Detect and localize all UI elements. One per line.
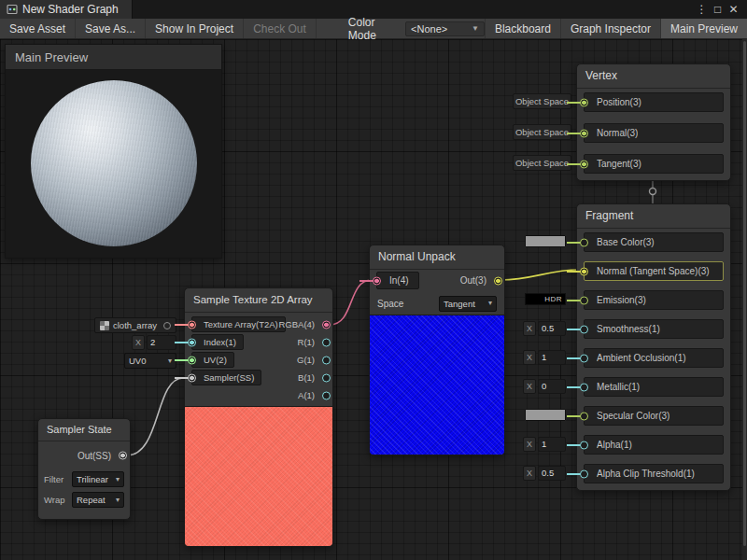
blackboard-button[interactable]: Blackboard [485,19,560,38]
slot-label: G(1) [297,355,315,365]
port-r[interactable] [322,338,331,346]
axis-label: X [523,437,536,452]
sampler-state-node[interactable]: Sampler State Out(SS) Filter Trilinear W… [37,418,131,520]
show-in-project-button[interactable]: Show In Project [146,19,244,38]
toolbar: Save Asset Save As... Show In Project Ch… [0,19,747,39]
object-space-pill-tangent[interactable]: Object Space [513,155,571,171]
sampler-state-node-title[interactable]: Sampler State [38,419,130,441]
texture-array-object-field[interactable]: cloth_array [94,317,176,333]
normal-unpack-node-title[interactable]: Normal Unpack [370,245,504,270]
chevron-down-icon [488,300,492,307]
port-texture-array[interactable] [188,320,196,329]
main-preview-header[interactable]: Main Preview [6,45,221,70]
field-value[interactable]: 1 [538,437,566,452]
port-emission[interactable] [580,296,588,304]
slot-label: Position(3) [597,97,641,107]
vertical-scrollbar-thumb[interactable] [743,41,746,546]
fragment-node[interactable]: Fragment Base Color(3) Normal (Tangent S… [576,203,731,491]
port-out[interactable] [494,276,502,285]
wrap-dropdown[interactable]: Repeat [72,492,124,508]
normal-unpack-node[interactable]: Normal Unpack In(4) Out(3) Space Tangent [369,245,505,455]
ambient-occlusion-field[interactable]: X 1 [523,350,566,365]
close-icon[interactable]: ✕ [726,0,741,19]
vertex-fragment-link-node[interactable] [650,189,656,195]
fragment-row-specular-color: Specular Color(3) [584,406,724,426]
dropdown-value: Repeat [77,495,106,505]
slot-label: Smoothness(1) [597,324,660,334]
port-uv[interactable] [188,356,196,364]
wire-stub [567,329,581,330]
graph-canvas[interactable]: Main Preview Object Space Object Space O… [0,39,747,560]
axis-label: X [523,466,536,481]
field-value[interactable]: 2 [147,335,176,350]
metallic-field[interactable]: X 0 [523,379,566,394]
port-alpha[interactable] [580,441,588,449]
slot-label: Ambient Occlusion(1) [597,353,686,363]
alpha-clip-threshold-field[interactable]: X 0.5 [523,466,566,481]
wire-rgba-to-in[interactable] [330,280,372,325]
alpha-field[interactable]: X 1 [523,437,566,452]
base-color-swatch[interactable] [525,235,566,247]
port-in[interactable] [373,276,381,285]
slot-label: Out(3) [460,275,486,286]
space-label: Space [377,299,403,309]
input-uv: UV(2) [191,352,234,368]
port-index[interactable] [188,338,196,346]
main-preview-button[interactable]: Main Preview [660,19,747,38]
port-base-color[interactable] [580,238,588,246]
field-value[interactable]: 0.5 [538,466,566,481]
vertex-node-title[interactable]: Vertex [577,64,730,89]
shader-graph-window: New Shader Graph ⋮ □ ✕ Save Asset Save A… [0,0,747,560]
sample-texture-preview [185,406,332,546]
port-g[interactable] [322,356,331,364]
vertex-node[interactable]: Vertex Position(3) Normal(3) Tangent(3) [576,63,731,181]
port-smoothness[interactable] [580,325,588,333]
window-menu-icon[interactable]: ⋮ [694,0,710,19]
sample-texture-2d-array-node[interactable]: Sample Texture 2D Array Texture Array(T2… [184,287,333,547]
index-field[interactable]: X 2 [132,335,176,350]
object-space-pill-normal[interactable]: Object Space [513,124,571,140]
wire-samplerstate-to-sampler-ss[interactable] [127,378,183,455]
port-normal[interactable] [580,129,588,137]
fragment-row-emission: Emission(3) [584,290,724,310]
color-mode-dropdown[interactable]: <None> [405,21,485,36]
maximize-icon[interactable]: □ [710,0,726,19]
save-as-button[interactable]: Save As... [76,19,146,38]
sample-texture-node-title[interactable]: Sample Texture 2D Array [185,288,332,313]
port-specular-color[interactable] [580,412,588,420]
wire-stub [359,280,374,282]
graph-inspector-button[interactable]: Graph Inspector [560,19,660,38]
specular-color-swatch[interactable] [525,409,566,421]
port-a[interactable] [322,391,331,399]
wire-stub [567,415,581,417]
vertex-row-normal: Normal(3) [584,123,724,143]
port-rgba[interactable] [322,320,331,329]
smoothness-field[interactable]: X 0.5 [523,321,566,336]
slot-label: Out(SS) [78,451,111,461]
port-alpha-clip-threshold[interactable] [580,469,588,478]
tab-title: New Shader Graph [22,3,119,16]
field-value[interactable]: 1 [538,350,566,365]
save-asset-button[interactable]: Save Asset [0,19,76,38]
port-metallic[interactable] [580,383,588,391]
object-space-pill-position[interactable]: Object Space [513,93,571,109]
fragment-node-title[interactable]: Fragment [577,204,730,229]
emission-hdr-swatch[interactable]: HDR [525,293,566,305]
space-dropdown[interactable]: Tangent [439,296,497,312]
output-rgba: RGBA(4) [278,316,326,332]
port-normal-tangent-space[interactable] [580,267,588,275]
field-value[interactable]: 0 [538,379,566,394]
port-tangent[interactable] [580,160,588,168]
port-sampler[interactable] [188,373,196,382]
uv-channel-dropdown[interactable]: UV0 [124,353,176,369]
port-ambient-occlusion[interactable] [580,354,588,362]
object-picker-icon[interactable] [163,322,171,329]
filter-dropdown[interactable]: Trilinear [72,471,124,487]
port-position[interactable] [580,98,588,106]
port-b[interactable] [322,373,331,382]
wire-stub [175,359,189,361]
port-out-ss[interactable] [119,452,127,460]
tab-new-shader-graph[interactable]: New Shader Graph [0,0,133,19]
field-value[interactable]: 0.5 [538,321,566,336]
input-in: In(4) [376,272,419,289]
